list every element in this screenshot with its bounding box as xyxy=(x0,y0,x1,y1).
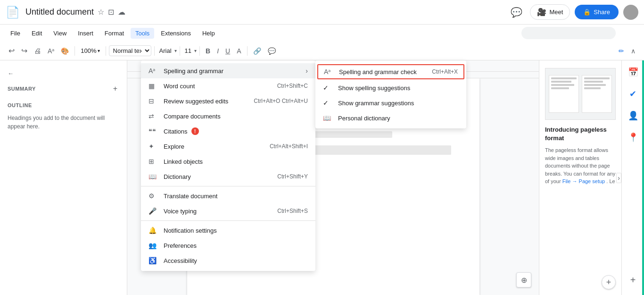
font-size-label: 11 xyxy=(183,46,193,55)
submenu-item-show-grammar[interactable]: ✓ Show grammar suggestions xyxy=(315,95,466,110)
menu-item-voice-typing[interactable]: 🎤 Voice typing Ctrl+Shift+S xyxy=(141,203,315,219)
chat-button[interactable]: 💬 xyxy=(508,4,525,21)
citations-label: Citations xyxy=(164,128,188,135)
app-icon: 📄 xyxy=(6,6,20,19)
submenu-spell-check-shortcut: Ctrl+Alt+X xyxy=(432,68,458,75)
insert-link-button[interactable]: 🔗 xyxy=(250,45,264,57)
linked-objects-label: Linked objects xyxy=(164,158,203,165)
scroll-top-button[interactable]: ⊕ xyxy=(516,272,531,287)
explore-label: Explore xyxy=(164,143,184,150)
cloud-icon[interactable]: ☁ xyxy=(118,8,125,17)
accessibility-label: Accessibility xyxy=(164,257,197,264)
personal-dict-icon: 📖 xyxy=(323,114,332,122)
menu-item-accessibility[interactable]: ♿ Accessibility xyxy=(141,253,315,268)
redo-button[interactable]: ↪ xyxy=(18,44,30,57)
show-spelling-label: Show spelling suggestions xyxy=(338,84,410,92)
color-button[interactable]: A xyxy=(234,45,244,57)
menu-item-format[interactable]: Format xyxy=(100,28,129,39)
menu-item-review-edits[interactable]: ⊟ Review suggested edits Ctrl+Alt+O Ctrl… xyxy=(141,93,315,109)
submenu-item-personal-dict[interactable]: 📖 Personal dictionary xyxy=(315,110,466,126)
menu-item-edit[interactable]: Edit xyxy=(27,28,47,39)
translate-label: Translate document xyxy=(164,193,217,200)
outline-label: OUTLINE xyxy=(0,101,127,110)
menu-item-word-count[interactable]: ▦ Word count Ctrl+Shift+C xyxy=(141,78,315,93)
right-panel-add-button[interactable]: + xyxy=(628,273,638,287)
preferences-label: Preferences xyxy=(164,242,197,249)
menu-item-tools[interactable]: Tools xyxy=(131,28,154,39)
contacts-icon-button[interactable]: 👤 xyxy=(625,108,641,124)
voice-typing-shortcut: Ctrl+Shift+S xyxy=(277,208,308,214)
spelling-submenu: Aᵃ Spelling and grammar check Ctrl+Alt+X… xyxy=(315,60,466,128)
back-arrow-icon: ← xyxy=(8,70,14,77)
menu-item-help[interactable]: Help xyxy=(198,28,220,39)
spellcheck-button[interactable]: Aᵃ xyxy=(45,45,57,57)
doc-title[interactable]: Untitled document xyxy=(25,7,94,17)
editing-mode-button[interactable]: ✏ xyxy=(616,45,627,57)
dictionary-label: Dictionary xyxy=(164,173,191,180)
share-lock-icon: 🔒 xyxy=(583,8,591,16)
notification-icon: 🔔 xyxy=(149,227,158,234)
translate-icon: ⚙ xyxy=(149,192,158,200)
submenu-item-spell-check[interactable]: Aᵃ Spelling and grammar check Ctrl+Alt+X xyxy=(317,64,464,79)
print-button[interactable]: 🖨 xyxy=(31,45,44,57)
expand-right-button[interactable]: › xyxy=(616,173,621,183)
word-count-icon: ▦ xyxy=(149,82,158,90)
show-spelling-check-icon: ✓ xyxy=(323,84,332,92)
submenu-spell-check-label: Spelling and grammar check xyxy=(339,68,417,76)
avatar[interactable] xyxy=(623,5,638,20)
collapse-toolbar-button[interactable]: ∧ xyxy=(628,45,638,57)
paint-format-button[interactable]: 🎨 xyxy=(58,45,72,57)
bold-button[interactable]: B xyxy=(203,45,213,57)
maps-icon-button[interactable]: 📍 xyxy=(625,129,641,145)
meet-button[interactable]: 🎥 Meet xyxy=(530,4,570,20)
accessibility-icon: ♿ xyxy=(149,257,158,264)
zoom-arrow-icon: ▾ xyxy=(98,48,100,53)
menu-item-preferences[interactable]: 👥 Preferences xyxy=(141,238,315,253)
back-button[interactable]: ← xyxy=(0,66,127,81)
font-size-arrow-icon[interactable]: ▾ xyxy=(194,48,197,53)
tools-dropdown-menu: Aᵃ Spelling and grammar › ▦ Word count C… xyxy=(141,60,315,271)
underline-button[interactable]: U xyxy=(223,45,233,57)
menu-divider-1 xyxy=(141,186,315,186)
menu-item-insert[interactable]: Insert xyxy=(73,28,98,39)
toolbar-divider-6 xyxy=(247,46,248,56)
linked-objects-icon: ⊞ xyxy=(149,158,158,165)
add-summary-button[interactable]: + xyxy=(111,83,119,95)
intro-preview xyxy=(545,68,616,120)
intro-link[interactable]: File → Page setup xyxy=(562,178,605,184)
submenu-item-show-spelling[interactable]: ✓ Show spelling suggestions xyxy=(315,80,466,95)
notification-settings-label: Notification settings xyxy=(164,227,217,234)
meet-label: Meet xyxy=(549,8,563,16)
italic-button[interactable]: I xyxy=(214,45,222,57)
style-select[interactable]: Normal text Heading 1 Heading 2 xyxy=(109,45,151,56)
star-icon[interactable]: ☆ xyxy=(98,8,104,17)
zoom-control[interactable]: 100% ▾ xyxy=(78,46,102,55)
right-icons-panel: 📅 ✔ 👤 📍 + xyxy=(621,60,644,295)
menu-item-view[interactable]: View xyxy=(49,28,71,39)
menu-item-linked-objects[interactable]: ⊞ Linked objects xyxy=(141,154,315,169)
share-button[interactable]: 🔒 Share xyxy=(575,5,619,19)
calendar-icon-button[interactable]: 📅 xyxy=(625,64,641,80)
folder-icon[interactable]: ⊡ xyxy=(108,8,114,17)
menu-item-notification-settings[interactable]: 🔔 Notification settings xyxy=(141,223,315,238)
toolbar-divider-3 xyxy=(154,46,155,56)
menu-item-compare[interactable]: ⇄ Compare documents xyxy=(141,109,315,124)
summary-label: SUMMARY xyxy=(8,86,36,92)
tasks-icon-button[interactable]: ✔ xyxy=(627,86,639,102)
menu-item-explore[interactable]: ✦ Explore Ctrl+Alt+Shift+I xyxy=(141,139,315,154)
menu-item-translate[interactable]: ⚙ Translate document xyxy=(141,188,315,203)
menu-item-extensions[interactable]: Extensions xyxy=(156,28,196,39)
menu-item-file[interactable]: File xyxy=(6,28,25,39)
top-right-area: 💬 🎥 Meet 🔒 Share xyxy=(508,4,638,21)
font-arrow-icon[interactable]: ▾ xyxy=(174,48,177,53)
menu-item-dictionary[interactable]: 📖 Dictionary Ctrl+Shift+Y xyxy=(141,169,315,184)
voice-typing-label: Voice typing xyxy=(164,208,197,215)
menu-item-spelling-grammar[interactable]: Aᵃ Spelling and grammar › xyxy=(141,63,315,78)
voice-typing-icon: 🎤 xyxy=(149,207,158,215)
intro-title: Introducing pageless format xyxy=(545,126,616,143)
undo-button[interactable]: ↩ xyxy=(6,44,17,57)
toolbar-divider-1 xyxy=(74,46,75,56)
intro-add-button[interactable]: + xyxy=(602,275,616,289)
insert-comment-button[interactable]: 💬 xyxy=(265,45,279,57)
menu-item-citations[interactable]: ❝❝ Citations ! xyxy=(141,124,315,139)
